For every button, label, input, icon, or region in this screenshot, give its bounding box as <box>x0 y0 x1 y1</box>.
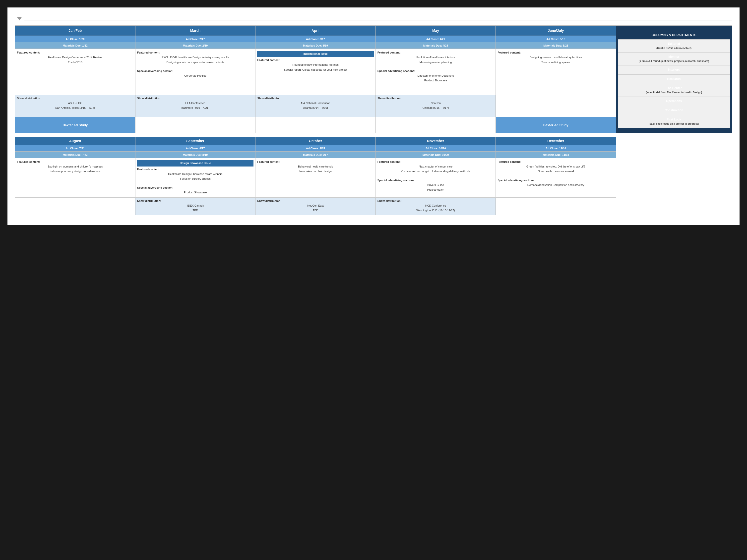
featured-item: Designing research and laboratory facili… <box>497 55 614 59</box>
featured-label: Featured content: <box>137 167 254 171</box>
featured-item: Green facilities, revisited: Did the eff… <box>497 165 614 168</box>
show-dist-cell-1: Show distribution:EFA ConferenceBaltimor… <box>135 95 256 117</box>
featured-label: Featured content: <box>378 51 494 55</box>
featured-item: Healthcare Design Conference 2014 Review <box>17 55 133 59</box>
featured-item: Green roofs: Lessons learned <box>497 169 614 173</box>
ad-close-4: Ad Close: 11/16 <box>496 145 616 152</box>
materials-due-1: Materials Due: 2/19 <box>135 42 256 49</box>
content-cell-1: Design Showcase IssueFeatured content:He… <box>135 158 256 197</box>
content-cell-4: Featured content:Green facilities, revis… <box>496 158 616 197</box>
arrow-icon <box>17 17 22 20</box>
show-item: HCD Conference <box>378 204 494 208</box>
show-item: Atlanta (5/14 – 5/16) <box>257 106 374 110</box>
sidebar-item-3: Research <box>618 74 730 84</box>
featured-item: Spotlight on women's and children's hosp… <box>17 165 133 168</box>
ad-close-3: Ad Close: 10/16 <box>376 145 496 152</box>
show-label: Show distribution: <box>137 97 254 101</box>
featured-item: In-house pharmacy design considerations <box>17 169 133 173</box>
content-cell-3: Featured content:Next chapter of cancer … <box>376 158 496 197</box>
month-header-october: October <box>256 137 376 145</box>
sidebar-item-2: Interiors <box>618 65 730 74</box>
featured-item: New takes on clinic design <box>257 169 374 173</box>
featured-label: Featured content: <box>17 51 133 55</box>
sidebar-item-title-0: Editorial <box>620 42 728 46</box>
section-gap <box>15 133 732 137</box>
ad-close-2: Ad Close: 3/17 <box>256 36 376 42</box>
month-header-november: November <box>376 137 496 145</box>
content-cell-2: Featured content:Behavioral healthcare t… <box>256 158 376 197</box>
featured-label: Featured content: <box>137 51 254 55</box>
row2-table: AugustSeptemberOctoberNovemberDecemberAd… <box>15 137 732 215</box>
title-line <box>24 20 732 20</box>
sidebar-item-title-5: Operations <box>620 99 728 103</box>
sidebar-item-title-2: Interiors <box>620 68 728 72</box>
special-label: Special advertising sections: <box>497 179 614 182</box>
sidebar-item-sub-4: (an editorial from The Center for Health… <box>646 91 702 94</box>
sidebar-header: COLUMNS & DEPARTMENTSEditorial(Kristin D… <box>616 26 732 133</box>
show-label: Show distribution: <box>137 199 254 203</box>
sidebar-item-title-4: The Center <box>620 86 728 90</box>
special-item: Remodel/renovation Competition and Direc… <box>497 183 614 187</box>
month-header-april: April <box>256 26 376 36</box>
show-dist-cell-2: Show distribution:AIA National Conventio… <box>256 95 376 117</box>
featured-label: Featured content: <box>257 160 374 164</box>
sidebar-item-title-6: Construction <box>620 108 728 112</box>
content-cell-4: Featured content:Designing research and … <box>496 49 616 95</box>
materials-due-0: Materials Due: 1/22 <box>15 42 135 49</box>
featured-item: Special report: Global hot spots for you… <box>257 68 374 72</box>
special-item: Project Watch <box>378 188 494 192</box>
sidebar-item-0: Editorial(Kristin D Zeit, editor-in-chie… <box>618 39 730 52</box>
sidebar-item-6: Construction <box>618 106 730 115</box>
special-item: Product Showcase <box>137 191 254 194</box>
featured-item: The HCD10 <box>17 60 133 64</box>
ad-close-0: Ad Close: 7/21 <box>15 145 135 152</box>
baxter-cell-1 <box>135 117 256 133</box>
special-item: Buyers Guide <box>378 183 494 187</box>
sidebar-title: COLUMNS & DEPARTMENTS <box>618 31 730 39</box>
featured-label: Featured content: <box>378 160 494 164</box>
content-cell-1: Featured content:EXCLUSIVE: Healthcare D… <box>135 49 256 95</box>
calendar-wrapper: Jan/FebMarchAprilMayJune/JulyCOLUMNS & D… <box>15 25 732 215</box>
featured-item: Healthcare Design Showcase award winners <box>137 172 254 176</box>
baxter-cell-4: Baxter Ad Study <box>496 117 616 133</box>
materials-due-2: Materials Due: 9/17 <box>256 152 376 158</box>
month-header-december: December <box>496 137 616 145</box>
featured-item: On time and on budget: Understanding del… <box>378 169 494 173</box>
baxter-cell-0: Baxter Ad Study <box>15 117 135 133</box>
sidebar-item-7: First Look(back page focus on a project … <box>618 115 730 128</box>
show-dist-cell-4 <box>496 95 616 117</box>
special-item: Directory of Interior Designers <box>378 74 494 78</box>
ad-close-3: Ad Close: 4/21 <box>376 36 496 42</box>
ad-close-0: Ad Close: 1/20 <box>15 36 135 42</box>
show-item: Chicago (6/15 – 6/17) <box>378 106 494 110</box>
show-item: NeoCon East <box>257 204 374 208</box>
featured-label: Featured content: <box>257 58 374 62</box>
show-dist-cell-3: Show distribution:HCD ConferenceWashingt… <box>376 197 496 215</box>
featured-item: Focus on surgery spaces <box>137 177 254 181</box>
featured-item: Behavioral healthcare trends <box>257 165 374 168</box>
featured-item: Next chapter of cancer care <box>378 165 494 168</box>
ad-close-4: Ad Close: 5/19 <box>496 36 616 42</box>
month-header-may: May <box>376 26 496 36</box>
featured-label: Featured content: <box>497 160 614 164</box>
sidebar-item-title-3: Research <box>620 77 728 81</box>
show-label: Show distribution: <box>257 199 374 203</box>
featured-item: Designing acute care spaces for senior p… <box>137 60 254 64</box>
sidebar-item-title-7: First Look <box>620 118 728 121</box>
materials-due-3: Materials Due: 10/20 <box>376 152 496 158</box>
content-cell-0: Featured content:Spotlight on women's an… <box>15 158 135 197</box>
show-dist-cell-4 <box>496 197 616 215</box>
show-label: Show distribution: <box>257 97 374 101</box>
show-item: IIDEX Canada <box>137 204 254 208</box>
sidebar-item-title-1: Monitor <box>620 55 728 58</box>
show-label: Show distribution: <box>378 97 494 101</box>
content-cell-3: Featured content:Evolution of healthcare… <box>376 49 496 95</box>
month-header-march: March <box>135 26 256 36</box>
materials-due-0: Materials Due: 7/23 <box>15 152 135 158</box>
month-header-jan-feb: Jan/Feb <box>15 26 135 36</box>
special-label: Special advertising section: <box>137 69 254 73</box>
sidebar-item-4: The Center(an editorial from The Center … <box>618 84 730 97</box>
ad-close-2: Ad Close: 9/15 <box>256 145 376 152</box>
month-header-june-july: June/July <box>496 26 616 36</box>
show-dist-cell-1: Show distribution:IIDEX CanadaTBD <box>135 197 256 215</box>
